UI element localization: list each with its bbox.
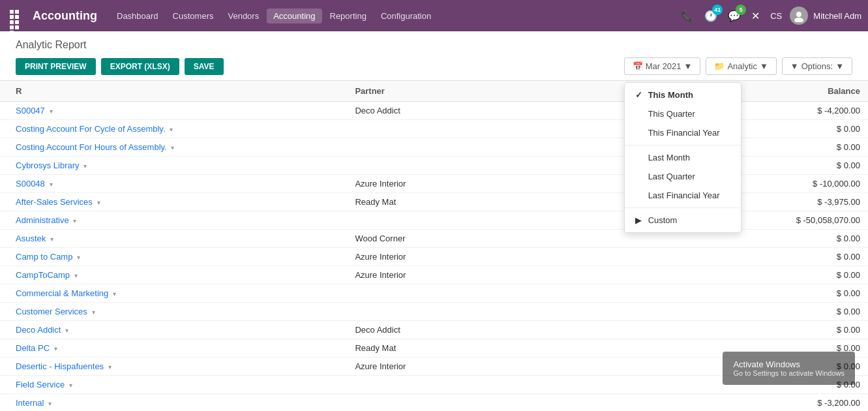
- table-row: Internal ▾$ -3,200.00: [0, 394, 868, 412]
- table-row: CampToCamp ▾Azure Interior$ 0.00: [0, 266, 868, 284]
- col-header-partner: Partner: [347, 81, 651, 102]
- row-dropdown-arrow[interactable]: ▾: [170, 144, 175, 151]
- row-dropdown-arrow[interactable]: ▾: [48, 181, 53, 188]
- row-name-link[interactable]: Deco Addict: [16, 325, 61, 335]
- row-name-link[interactable]: After-Sales Services: [16, 197, 93, 207]
- filter-icon: ▼: [790, 61, 799, 71]
- row-dropdown-arrow[interactable]: ▾: [106, 363, 112, 371]
- row-dropdown-arrow[interactable]: ▾: [52, 345, 57, 352]
- row-name-link[interactable]: Costing Account For Hours of Assembly.: [16, 142, 167, 152]
- dropdown-this-financial-year[interactable]: This Financial Year: [625, 123, 741, 142]
- user-initials-icon[interactable]: CS: [768, 8, 785, 23]
- activate-watermark: Activate Windows Go to Settings to activ…: [723, 352, 855, 385]
- nav-item-vendors[interactable]: Vendors: [221, 8, 265, 23]
- row-dropdown-arrow[interactable]: ▾: [72, 272, 78, 279]
- row-dropdown-arrow[interactable]: ▾: [90, 309, 95, 316]
- row-name-link[interactable]: Desertic - Hispafuentes: [16, 361, 104, 371]
- nav-item-accounting[interactable]: Accounting: [267, 8, 322, 23]
- row-dropdown-arrow[interactable]: ▾: [46, 400, 52, 407]
- chat-icon[interactable]: 💬5: [725, 7, 743, 25]
- row-partner: [347, 376, 651, 394]
- row-partner: [347, 284, 651, 303]
- options-dropdown-arrow: ▼: [835, 61, 844, 71]
- row-name-link[interactable]: CampToCamp: [16, 270, 70, 280]
- nav-item-configuration[interactable]: Configuration: [374, 8, 438, 23]
- top-navigation: Accounting Dashboard Customers Vendors A…: [0, 0, 868, 31]
- row-name-link[interactable]: S00048: [16, 179, 45, 189]
- export-xlsx-button[interactable]: EXPORT (XLSX): [101, 58, 179, 75]
- table-row: Commercial & Marketing ▾$ 0.00: [0, 284, 868, 303]
- row-dropdown-arrow[interactable]: ▾: [82, 162, 87, 170]
- dropdown-last-month[interactable]: Last Month: [625, 148, 741, 167]
- phone-icon[interactable]: 📞: [678, 7, 696, 25]
- row-name-link[interactable]: Costing Account For Cycle of Assembly.: [16, 124, 166, 134]
- row-name-link[interactable]: Administrative: [16, 215, 69, 225]
- clock-badge: 41: [712, 5, 723, 15]
- check-icon: ✓: [635, 90, 644, 100]
- row-name-link[interactable]: S00047: [16, 106, 45, 115]
- row-partner: Wood Corner: [347, 230, 651, 248]
- nav-item-customers[interactable]: Customers: [166, 8, 220, 23]
- svg-point-0: [796, 12, 801, 17]
- analytic-dropdown-arrow: ▼: [760, 61, 768, 71]
- save-button[interactable]: SAVE: [185, 58, 224, 75]
- row-name-link[interactable]: Customer Services: [16, 307, 87, 316]
- dropdown-this-quarter[interactable]: This Quarter: [625, 104, 741, 123]
- row-name-link[interactable]: Field Service: [16, 380, 65, 389]
- row-dropdown-arrow[interactable]: ▾: [95, 199, 100, 206]
- row-dropdown-arrow[interactable]: ▾: [63, 327, 68, 334]
- dropdown-custom[interactable]: ▶ Custom: [625, 211, 741, 230]
- analytic-filter-button[interactable]: 📁 Analytic ▼: [706, 57, 776, 75]
- toolbar: PRINT PREVIEW EXPORT (XLSX) SAVE 📅 Mar 2…: [16, 57, 852, 75]
- dropdown-divider-2: [625, 207, 741, 208]
- row-name-link[interactable]: Cybrosys Library: [16, 160, 80, 170]
- row-dropdown-arrow[interactable]: ▾: [111, 290, 116, 297]
- row-partner: [347, 138, 651, 157]
- row-dropdown-arrow[interactable]: ▾: [48, 236, 53, 243]
- row-dropdown-arrow[interactable]: ▾: [168, 126, 173, 133]
- row-partner: [347, 157, 651, 175]
- row-partner: Azure Interior: [347, 175, 651, 193]
- nav-item-reporting[interactable]: Reporting: [323, 8, 373, 23]
- dropdown-last-quarter[interactable]: Last Quarter: [625, 167, 741, 186]
- clock-icon[interactable]: 🕐41: [702, 7, 720, 25]
- row-partner: Deco Addict: [347, 321, 651, 339]
- date-filter-button[interactable]: 📅 Mar 2021 ▼: [624, 57, 701, 75]
- row-dropdown-arrow[interactable]: ▾: [75, 254, 80, 261]
- nav-item-dashboard[interactable]: Dashboard: [110, 8, 165, 23]
- table-row: Deco Addict ▾Deco Addict$ 0.00: [0, 321, 868, 339]
- dropdown-this-month[interactable]: ✓ This Month: [625, 85, 741, 104]
- user-name: Mitchell Adm: [813, 11, 861, 21]
- row-name-link[interactable]: Delta PC: [16, 343, 50, 353]
- dropdown-label: This Quarter: [648, 109, 695, 119]
- dropdown-label: Last Quarter: [648, 172, 695, 181]
- date-filter-label: Mar 2021: [646, 61, 681, 71]
- nav-menu: Dashboard Customers Vendors Accounting R…: [110, 8, 676, 23]
- row-name-link[interactable]: Internal: [16, 398, 44, 408]
- row-name-link[interactable]: Commercial & Marketing: [16, 288, 108, 298]
- row-name-link[interactable]: Camp to Camp: [16, 252, 72, 262]
- row-partner: Deco Addict: [347, 102, 651, 120]
- row-dropdown-arrow[interactable]: ▾: [67, 382, 72, 389]
- options-filter-button[interactable]: ▼ Options: ▼: [782, 57, 852, 75]
- row-partner: [347, 394, 651, 412]
- close-icon[interactable]: ✕: [749, 7, 762, 25]
- page-header: Analytic Report PRINT PREVIEW EXPORT (XL…: [0, 31, 868, 81]
- grid-menu-icon[interactable]: [7, 7, 25, 25]
- dropdown-last-financial-year[interactable]: Last Financial Year: [625, 186, 741, 205]
- analytic-filter-label: Analytic: [727, 61, 757, 71]
- dropdown-label: Custom: [648, 215, 678, 225]
- print-preview-button[interactable]: PRINT PREVIEW: [16, 58, 96, 75]
- row-partner: Azure Interior: [347, 266, 651, 284]
- page-title: Analytic Report: [16, 39, 852, 51]
- date-dropdown-menu: ✓ This Month This Quarter This Financial…: [624, 82, 741, 233]
- row-partner: [347, 120, 651, 138]
- row-dropdown-arrow[interactable]: ▾: [72, 217, 77, 224]
- row-dropdown-arrow[interactable]: ▾: [48, 108, 53, 115]
- row-name-link[interactable]: Asustek: [16, 234, 46, 243]
- row-partner: [347, 211, 651, 230]
- dropdown-label: This Financial Year: [648, 128, 720, 138]
- check-icon: ▶: [635, 215, 644, 225]
- dropdown-divider-1: [625, 145, 741, 145]
- folder-icon: 📁: [714, 61, 725, 71]
